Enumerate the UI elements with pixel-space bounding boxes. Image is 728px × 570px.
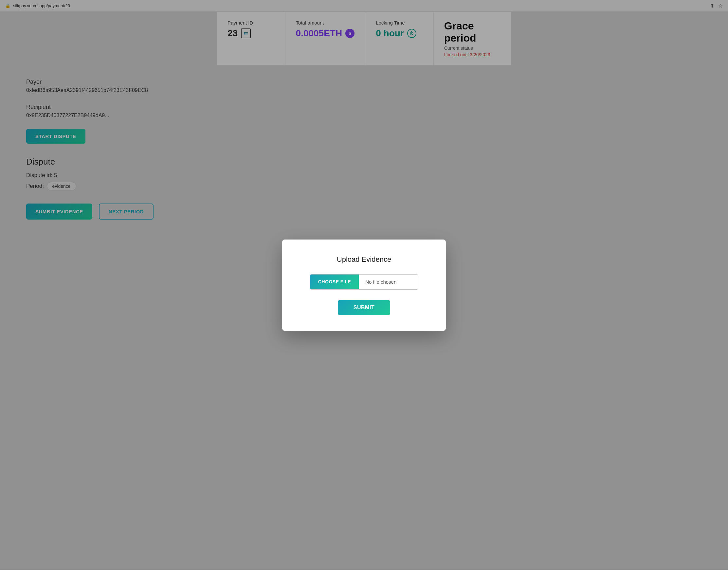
modal-title: Upload Evidence (337, 255, 391, 264)
modal-overlay[interactable]: Upload Evidence CHOOSE FILE No file chos… (0, 0, 728, 570)
upload-evidence-modal: Upload Evidence CHOOSE FILE No file chos… (282, 240, 446, 331)
file-input-row: CHOOSE FILE No file chosen (310, 274, 418, 290)
file-name-display: No file chosen (359, 275, 418, 289)
page: Payment ID 23 🪪 Total amount 0.0005ETH $… (0, 12, 728, 569)
submit-button[interactable]: SUBMIT (338, 300, 390, 315)
choose-file-button[interactable]: CHOOSE FILE (310, 275, 359, 289)
